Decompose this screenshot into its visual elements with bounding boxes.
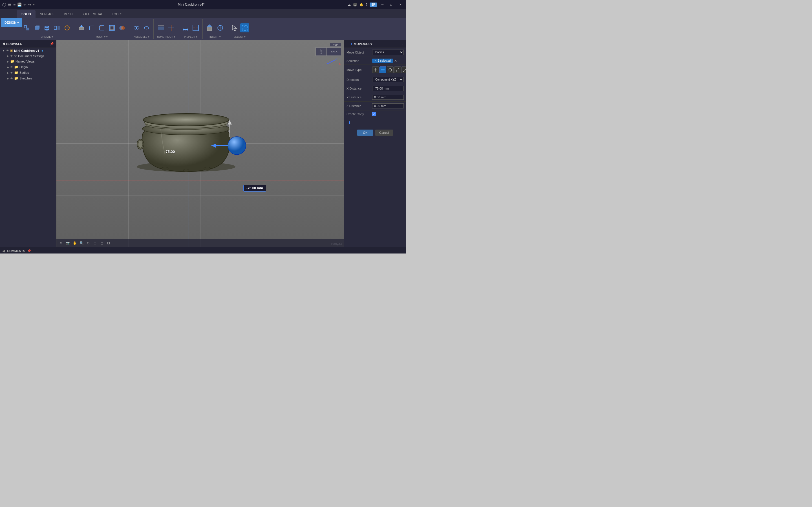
notification-bell-icon[interactable]: 🔔 [359,3,363,6]
clear-selection-button[interactable]: ✕ [394,59,397,63]
top-face[interactable]: TOP [330,43,341,47]
ok-button[interactable]: OK [357,129,373,136]
box-btn[interactable] [32,23,41,33]
user-avatar[interactable]: SP [370,3,377,7]
pan-icon[interactable]: ✋ [72,240,77,245]
combine-btn[interactable] [117,23,126,33]
box-select-btn[interactable] [240,23,249,33]
redo-icon[interactable]: ↪ [28,3,31,7]
assemble-group: ASSEMBLE ▾ [130,19,154,39]
svg-point-54 [183,169,189,172]
3d-viewport[interactable]: 75.00 -75.00 mm TOP LEFT BACK Z [56,40,344,247]
pattern-btn[interactable] [63,23,71,33]
design-button[interactable]: DESIGN ▾ [1,18,22,27]
select-label[interactable]: SELECT ▾ [234,36,246,39]
window-close-icon[interactable]: ✕ [397,2,404,7]
browser-named-views[interactable]: ▶ 📁 Named Views [0,59,56,64]
tab-mesh[interactable]: MESH [59,10,77,18]
display-mode-icon[interactable]: ◻ [99,240,104,245]
fillet-btn[interactable] [87,23,96,33]
menu-icon[interactable]: ☰ [8,2,11,7]
joint-btn[interactable] [132,23,141,33]
new-component-btn[interactable] [22,23,31,33]
save-icon[interactable]: 💾 [17,3,22,7]
selection-badge[interactable]: ↖ 1 selected [372,59,393,63]
browser-origin[interactable]: ▶ 👁 📁 Origin [0,64,56,70]
direction-row: Direction Component XYZ [344,75,406,84]
comments-pin-icon[interactable]: 📌 [28,249,31,252]
help-icon[interactable]: ? [366,3,367,6]
create-label[interactable]: CREATE ▾ [41,36,53,39]
tab-surface[interactable]: SURFACE [36,10,59,18]
origin-eye-icon[interactable]: 👁 [10,66,13,69]
orbit-icon[interactable]: ⊙ [86,240,91,245]
measure-btn[interactable] [181,23,190,33]
zoom-icon[interactable]: 🔍 [79,240,84,245]
minimize-icon[interactable]: ─ [379,2,386,7]
back-face[interactable]: BACK [327,47,341,56]
app-menu-icon[interactable]: ≡ [13,2,15,7]
motion-btn[interactable] [142,23,151,33]
browser-collapse-left[interactable]: ◀ [2,42,4,46]
eye-icon[interactable]: 👁 [6,49,9,52]
left-face[interactable]: LEFT [315,47,327,56]
fit-icon[interactable]: ⊞ [93,240,98,245]
view-cube[interactable]: TOP LEFT BACK Z X [324,43,341,62]
tab-solid[interactable]: SOLID [17,10,36,18]
comments-collapse-icon[interactable]: ◀ [2,249,5,253]
view-options-icon[interactable]: ⊟ [106,240,111,245]
y-distance-input[interactable] [372,95,404,100]
svg-point-51 [138,140,143,148]
x-distance-input[interactable] [372,86,404,91]
extra-icon[interactable]: ▾ [33,3,35,6]
bodies-eye-icon[interactable]: 👁 [10,71,13,74]
tab-tools[interactable]: TOOLS [107,10,127,18]
cylinder-btn[interactable] [42,23,51,33]
move-object-select[interactable]: Bodies... [372,50,404,55]
construct-label[interactable]: CONSTRUCT ▾ [157,36,175,39]
browser-bodies[interactable]: ▶ 👁 📁 Bodies [0,70,56,75]
inspect-label[interactable]: INSPECT ▾ [184,36,197,39]
browser-pin-icon[interactable]: 📌 [50,42,54,46]
point-to-position-btn[interactable] [402,66,406,73]
panel-expand-icon[interactable]: → [401,42,404,46]
free-move-btn[interactable] [372,66,379,73]
cancel-button[interactable]: Cancel [375,129,393,136]
point-to-point-btn[interactable] [394,66,401,73]
svg-point-7 [45,29,49,31]
push-pull-btn[interactable] [77,23,86,33]
assemble-label[interactable]: ASSEMBLE ▾ [134,36,149,39]
insert-svg-btn[interactable] [216,23,225,33]
browser-root-item[interactable]: ▼ 👁 ▣ Mini Cauldron v4 ● [0,48,56,53]
tab-sheet-metal[interactable]: SHEET METAL [77,10,107,18]
doc-eye-icon[interactable]: 👁 [10,54,13,57]
axis-move-btn[interactable] [379,66,386,73]
offset-plane-btn[interactable] [156,23,165,33]
maximize-icon[interactable]: □ [388,2,395,7]
z-distance-input[interactable] [372,103,404,108]
tool-row: CREATE ▾ MODIFY ▾ [0,18,406,40]
insert-mesh-btn[interactable] [206,23,214,33]
rotate-btn[interactable] [387,66,394,73]
direction-select[interactable]: Component XYZ [372,77,404,82]
grid-snap-icon[interactable]: ⊕ [59,240,64,245]
sketches-eye-icon[interactable]: 👁 [10,77,13,80]
browser-sketches[interactable]: ▶ 👁 📁 Sketches [0,75,56,81]
insert-label[interactable]: INSERT ▾ [209,36,221,39]
axis-btn[interactable] [167,23,175,33]
select-btn[interactable] [230,23,239,33]
section-analysis-btn[interactable] [191,23,200,33]
create-copy-checkbox[interactable]: ✓ [372,112,376,116]
browser-doc-settings[interactable]: ▶ 👁 ⚙ Document Settings [0,53,56,59]
bodies-expand-icon: ▶ [7,71,9,74]
modify-label[interactable]: MODIFY ▾ [96,36,108,39]
capture-design-icon[interactable]: 📷 [65,240,70,245]
component-icon: ▣ [10,49,13,52]
cloud-icon[interactable]: ☁ [348,3,351,6]
svg-line-17 [100,25,102,28]
undo-icon[interactable]: ↩ [23,3,27,7]
mirror-btn[interactable] [52,23,61,33]
notification-count[interactable]: 1 [353,3,357,6]
shell-btn[interactable] [107,23,116,33]
chamfer-btn[interactable] [97,23,106,33]
